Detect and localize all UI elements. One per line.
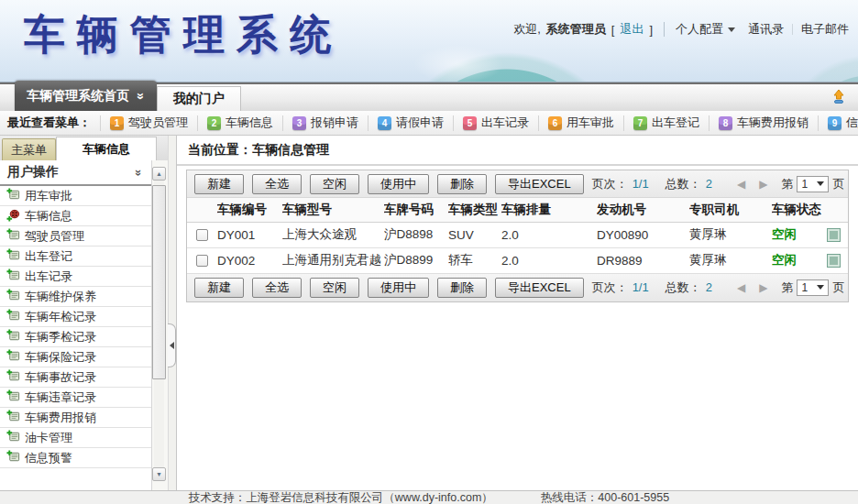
goto-prefix: 第 (781, 176, 793, 192)
note-add-icon (6, 289, 20, 305)
sidebar-item-label: 出车登记 (25, 248, 72, 265)
scrollbar-thumb[interactable] (152, 185, 166, 379)
toolbar-button[interactable]: 删除 (437, 278, 487, 298)
sidebar-item[interactable]: 用车审批 (0, 186, 151, 206)
toolbar-button[interactable]: 导出EXCEL (495, 278, 584, 298)
total-value: 2 (706, 177, 712, 191)
number-badge-icon: 7 (633, 116, 647, 130)
note-add-icon (6, 389, 20, 406)
indicator-cell (827, 247, 848, 273)
sidebar-scrollbar: ▲ ▼ (152, 167, 166, 481)
recent-menu-item[interactable]: 9信息预警 (818, 115, 858, 131)
toolbar-button[interactable]: 空闲 (310, 174, 359, 194)
note-add-icon (6, 430, 20, 446)
number-badge-icon: 2 (207, 116, 221, 130)
tab-my-portal[interactable]: 我的门户 (157, 86, 241, 111)
welcome-text: 欢迎, (513, 21, 541, 38)
page-index-value: 1/1 (632, 280, 649, 294)
cell-displacement: 2.0 (501, 247, 597, 273)
number-badge-icon: 9 (828, 116, 842, 130)
scroll-up-icon[interactable]: ▲ (152, 167, 166, 181)
recent-menu-item-label: 驾驶员管理 (128, 115, 188, 131)
goto-suffix: 页 (832, 279, 844, 296)
total-label: 总数： (666, 279, 701, 296)
checkbox-cell (187, 222, 217, 247)
column-header: 车辆状态 (772, 198, 827, 222)
total-value: 2 (706, 280, 712, 294)
column-header: 发动机号 (597, 198, 689, 222)
logout-link[interactable]: 退出 (620, 21, 644, 38)
cell-model: 上海通用别克君越 (282, 247, 384, 273)
number-badge-icon: 1 (110, 116, 124, 130)
sidebar-tab-vehicle-info[interactable]: 车辆信息 (56, 137, 157, 160)
cell-driver: 黄厚琳 (689, 247, 772, 273)
column-header: 车辆类型 (448, 198, 501, 222)
username: 系统管理员 (546, 21, 606, 38)
sidebar-item-label: 用车审批 (25, 188, 72, 204)
cell-model: 上海大众途观 (282, 222, 384, 247)
toolbar-button[interactable]: 使用中 (368, 278, 429, 298)
sidebar-item[interactable]: 车辆事故记录 (0, 367, 151, 388)
row-checkbox[interactable] (196, 255, 208, 267)
sidebar-item-label: 信息预警 (25, 450, 72, 466)
column-header: 专职司机 (689, 198, 772, 222)
sidebar-item[interactable]: 车辆费用报销 (0, 408, 151, 428)
recent-menu-item[interactable]: 4请假申请 (368, 115, 453, 131)
sidebar-item[interactable]: 驾驶员管理 (0, 226, 151, 247)
recent-menu-item[interactable]: 2车辆信息 (197, 115, 282, 131)
sidebar-item[interactable]: 车辆年检记录 (0, 307, 151, 327)
profile-menu[interactable]: 个人配置 (676, 21, 723, 38)
toolbar-button[interactable]: 全选 (252, 278, 302, 298)
recent-menu-item[interactable]: 1驾驶员管理 (100, 115, 197, 131)
recent-menu-item[interactable]: 7出车登记 (623, 115, 709, 131)
email-link[interactable]: 电子邮件 (801, 21, 849, 38)
toolbar-button[interactable]: 删除 (437, 174, 487, 194)
collapse-header-button[interactable] (831, 89, 846, 108)
toolbar-button[interactable]: 新建 (194, 278, 244, 298)
sidebar-item-label: 驾驶员管理 (25, 228, 84, 245)
contacts-link[interactable]: 通讯录 (748, 21, 784, 38)
page-number-select[interactable]: 1 (797, 176, 829, 192)
sidebar-tab-main-menu[interactable]: 主菜单 (2, 138, 56, 160)
sidebar-item-label: 出车记录 (25, 268, 72, 285)
sidebar-item[interactable]: 车辆信息 (0, 206, 151, 226)
sidebar-item[interactable]: 信息预警 (0, 448, 151, 468)
row-checkbox[interactable] (196, 229, 208, 241)
recent-menu-item[interactable]: 5出车记录 (453, 115, 538, 131)
note-add-icon (6, 248, 20, 265)
recent-menu-item[interactable]: 6用车审批 (538, 115, 623, 131)
status-indicator-icon[interactable] (827, 228, 841, 242)
sidebar-item[interactable]: 车辆维护保养 (0, 287, 151, 307)
scroll-down-icon[interactable]: ▼ (152, 467, 166, 481)
recent-menu-item[interactable]: 3报销申请 (282, 115, 368, 131)
sidebar-item[interactable]: 车辆保险记录 (0, 347, 151, 367)
tab-strip: 车辆管理系统首页 » 我的门户 (0, 82, 858, 111)
recent-menu-item[interactable]: 8车辆费用报销 (709, 115, 818, 131)
cell-plate: 沪D8898 (384, 222, 448, 247)
vehicle-table: 车辆编号车辆型号车牌号码车辆类型车辆排量发动机号专职司机车辆状态 DY001上海… (187, 198, 848, 274)
select-arrow-icon (817, 285, 824, 290)
panel-splitter[interactable] (168, 136, 177, 490)
toolbar-button[interactable]: 空闲 (310, 278, 359, 298)
toolbar-button[interactable]: 新建 (194, 174, 244, 194)
page-number-select[interactable]: 1 (797, 279, 829, 296)
next-page-icon[interactable]: ▶ (759, 281, 767, 294)
prev-page-icon[interactable]: ◀ (737, 178, 745, 191)
sidebar-item[interactable]: 车辆季检记录 (0, 327, 151, 347)
content-area: 当前位置：车辆信息管理 新建全选空闲使用中删除导出EXCEL页次：1/1总数：2… (177, 136, 858, 490)
header-links: 欢迎, 系统管理员 [ 退出 ] 个人配置 通讯录 电子邮件 (513, 21, 849, 38)
sidebar-item[interactable]: 出车记录 (0, 267, 151, 287)
toolbar-button[interactable]: 使用中 (368, 174, 429, 194)
sidebar-item[interactable]: 油卡管理 (0, 428, 151, 448)
sidebar-section-header[interactable]: 用户操作 » (0, 160, 151, 186)
collapse-sidebar-handle[interactable] (168, 323, 176, 367)
tab-vehicle-home[interactable]: 车辆管理系统首页 » (15, 81, 157, 111)
toolbar-button[interactable]: 导出EXCEL (495, 174, 584, 194)
next-page-icon[interactable]: ▶ (759, 178, 767, 191)
toolbar-button[interactable]: 全选 (252, 174, 302, 194)
sidebar-item[interactable]: 车辆违章记录 (0, 388, 151, 408)
status-indicator-icon[interactable] (827, 254, 841, 268)
sidebar-item[interactable]: 出车登记 (0, 247, 151, 267)
table-header-row: 车辆编号车辆型号车牌号码车辆类型车辆排量发动机号专职司机车辆状态 (187, 198, 848, 222)
prev-page-icon[interactable]: ◀ (737, 281, 745, 294)
